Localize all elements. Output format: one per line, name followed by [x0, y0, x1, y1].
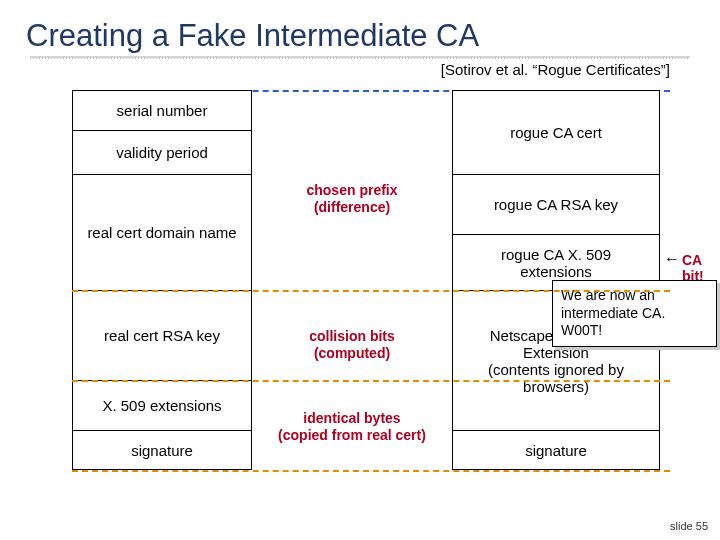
- dashed-sep-1: [72, 290, 670, 292]
- prefix-line2: (difference): [314, 199, 390, 215]
- citation: [Sotirov et al. “Rogue Certificates”]: [0, 59, 720, 78]
- left-cert-column: serial number validity period real cert …: [72, 90, 252, 470]
- callout-l2: intermediate CA.: [561, 305, 665, 321]
- title-rule: [30, 56, 690, 59]
- label-chosen-prefix: chosen prefix (difference): [252, 182, 452, 216]
- cell-validity: validity period: [72, 130, 252, 174]
- dashed-sep-2: [72, 380, 670, 382]
- cabit-arrow: ←: [664, 250, 680, 268]
- cell-signature-left: signature: [72, 430, 252, 470]
- netscape-l3: (contents ignored by: [488, 361, 624, 378]
- cell-rogue-rsa: rogue CA RSA key: [452, 174, 660, 234]
- collision-line2: (computed): [314, 345, 390, 361]
- cell-signature-right: signature: [452, 430, 660, 470]
- cell-real-rsa: real cert RSA key: [72, 290, 252, 380]
- slide-number: slide 55: [670, 520, 708, 532]
- callout-l3: W00T!: [561, 322, 602, 338]
- collision-line1: collision bits: [309, 328, 395, 344]
- rogue-ext-l1: rogue CA X. 509: [501, 246, 611, 263]
- dashed-sep-3: [72, 470, 670, 472]
- identical-line1: identical bytes: [303, 410, 400, 426]
- label-collision-bits: collision bits (computed): [252, 328, 452, 362]
- diagram: serial number validity period real cert …: [72, 90, 670, 500]
- cell-serial: serial number: [72, 90, 252, 130]
- label-identical-bytes: identical bytes (copied from real cert): [252, 410, 452, 444]
- identical-line2: (copied from real cert): [278, 427, 426, 443]
- cell-domain: real cert domain name: [72, 174, 252, 290]
- rogue-ext-l2: extensions: [520, 263, 592, 280]
- cell-rogue-ca: rogue CA cert: [452, 90, 660, 174]
- cell-x509: X. 509 extensions: [72, 380, 252, 430]
- prefix-line1: chosen prefix: [306, 182, 397, 198]
- slide-title: Creating a Fake Intermediate CA: [0, 0, 720, 56]
